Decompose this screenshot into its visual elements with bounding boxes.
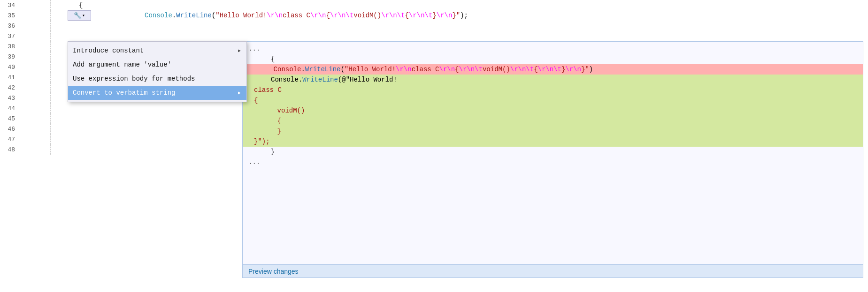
- preview-line-added-5: {: [243, 116, 863, 126]
- line-row-38: 38: [0, 41, 51, 52]
- line-num-36: 36: [0, 22, 19, 30]
- line-row-48: 48: [0, 144, 51, 155]
- line-num-35: 35: [0, 12, 19, 19]
- dashes-39: [30, 52, 51, 62]
- menu-label-verbatim-string: Convert to verbatim string: [73, 89, 175, 97]
- preview-footer: Preview changes: [243, 264, 863, 277]
- dashes-44: [30, 103, 51, 113]
- dashes-34: [30, 0, 51, 10]
- preview-line-added-7: }");: [243, 136, 863, 147]
- dashes-41: [30, 72, 51, 82]
- menu-item-add-argument[interactable]: Add argument name 'value': [68, 58, 246, 72]
- code-area: { Console.WriteLine("Hello World!\r\ncla…: [51, 0, 868, 292]
- dashes-46: [30, 124, 51, 134]
- line-row-39: 39: [0, 52, 51, 62]
- context-menu: Introduce constant ▶ Add argument name '…: [68, 41, 247, 102]
- preview-line-dots2: ...: [243, 157, 863, 167]
- dropdown-arrow: ▾: [82, 13, 85, 18]
- preview-content: ... { Console.WriteLine("Hello World!\r\…: [243, 42, 863, 169]
- menu-item-introduce-constant[interactable]: Introduce constant ▶: [68, 44, 246, 58]
- line-row-46: 46: [0, 124, 51, 134]
- line-num-37: 37: [0, 33, 19, 40]
- line-row-36: 36: [0, 21, 51, 31]
- code-35-str: "Hello World!: [215, 12, 267, 19]
- code-line-36: [51, 21, 868, 31]
- dashes-40: [30, 62, 51, 72]
- code-line-37: [51, 31, 868, 41]
- code-35-console: Console: [145, 12, 172, 19]
- preview-line-removed: Console.WriteLine("Hello World!\r\nclass…: [243, 64, 863, 75]
- preview-line-added-2: class C: [243, 85, 863, 95]
- line-row-45: 45: [0, 113, 51, 124]
- dashes-45: [30, 113, 51, 124]
- menu-arrow-verbatim-string: ▶: [238, 90, 241, 96]
- preview-line-added-1: Console.WriteLine(@"Hello World!: [243, 75, 863, 85]
- preview-line-added-4: voidM(): [243, 105, 863, 116]
- preview-line-brace: {: [243, 54, 863, 64]
- menu-label-introduce-constant: Introduce constant: [73, 47, 144, 54]
- menu-label-expression-body: Use expression body for methods: [73, 75, 195, 82]
- line-num-38: 38: [0, 43, 19, 50]
- line-num-40: 40: [0, 64, 19, 71]
- line-num-46: 46: [0, 126, 19, 133]
- code-line-34: {: [51, 0, 868, 10]
- line-row-35: 35: [0, 10, 51, 21]
- line-num-39: 39: [0, 53, 19, 60]
- line-row-37: 37: [0, 31, 51, 41]
- line-row-44: 44: [0, 103, 51, 113]
- line-num-42: 42: [0, 84, 19, 91]
- dashes-47: [30, 134, 51, 144]
- screwdriver-icon: 🔧: [74, 12, 81, 19]
- line-num-41: 41: [0, 74, 19, 81]
- dashes-35: [30, 10, 51, 21]
- preview-line-dots1: ...: [243, 44, 863, 54]
- editor-container: 34 35 36 37 38 39: [0, 0, 868, 292]
- line-numbers: 34 35 36 37 38 39: [0, 0, 51, 292]
- dashes-42: [30, 82, 51, 93]
- line-row-40: 40: [0, 62, 51, 72]
- line-row-42: 42: [0, 82, 51, 93]
- menu-arrow-introduce-constant: ▶: [238, 48, 241, 53]
- dashes-36: [30, 21, 51, 31]
- line-num-34: 34: [0, 2, 19, 9]
- menu-item-expression-body[interactable]: Use expression body for methods: [68, 72, 246, 86]
- line-num-43: 43: [0, 95, 19, 102]
- dashes-43: [30, 93, 51, 103]
- line-row-47: 47: [0, 134, 51, 144]
- dashes-38: [30, 41, 51, 52]
- preview-line-added-6: }: [243, 126, 863, 136]
- dashes-37: [30, 31, 51, 41]
- code-35-writeline: WriteLine: [176, 12, 212, 19]
- quick-action-button[interactable]: 🔧 ▾: [68, 10, 91, 21]
- preview-line-added-3: {: [243, 95, 863, 105]
- preview-line-closing-brace: }: [243, 147, 863, 157]
- line-row-41: 41: [0, 72, 51, 82]
- menu-item-verbatim-string[interactable]: Convert to verbatim string ▶: [68, 86, 246, 100]
- line-num-44: 44: [0, 105, 19, 112]
- menu-label-add-argument: Add argument name 'value': [73, 61, 171, 68]
- line-row-34: 34: [0, 0, 51, 10]
- dashes-48: [30, 144, 51, 155]
- preview-panel: ... { Console.WriteLine("Hello World!\r\…: [242, 41, 863, 278]
- line-num-45: 45: [0, 115, 19, 122]
- line-num-47: 47: [0, 136, 19, 143]
- code-line-35: Console.WriteLine("Hello World!\r\nclass…: [51, 10, 868, 21]
- line-row-43: 43: [0, 93, 51, 103]
- preview-changes-link[interactable]: Preview changes: [248, 268, 299, 275]
- line-num-48: 48: [0, 146, 19, 153]
- code-34-content: {: [79, 1, 83, 9]
